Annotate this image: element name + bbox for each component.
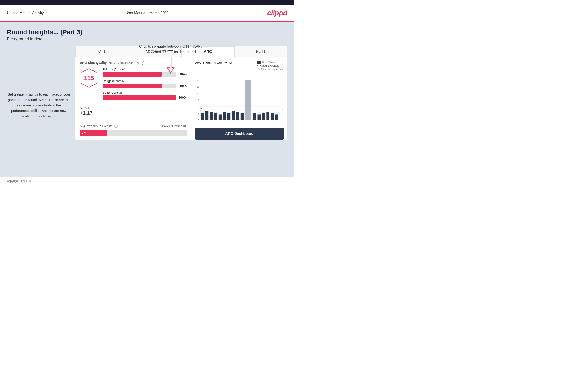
proximity-label: Avg Proximity to Hole (ft) (80, 124, 113, 128)
proximity-label-row: Avg Proximity to Hole (ft) ? (80, 124, 118, 128)
svg-text:10: 10 (197, 105, 199, 108)
legend-swatch-dashed (257, 66, 261, 66)
svg-text:30: 30 (197, 79, 199, 81)
svg-rect-24 (219, 114, 222, 120)
legend-swatch-hatch (257, 68, 260, 70)
hexagon-score: 115 (80, 68, 98, 88)
proximity-bar-track: 77' (80, 130, 187, 136)
conversion-label: 6ft Conversion Zone % (108, 61, 138, 65)
svg-rect-33 (262, 113, 265, 120)
svg-rect-25 (223, 112, 226, 120)
hexagon-value: 115 (84, 75, 94, 82)
chart-legend: Up & Down Round Average 6 ft conversion … (257, 61, 284, 70)
upload-manual-label: Upload Manual Activity (7, 11, 44, 15)
svg-text:25: 25 (197, 85, 199, 88)
svg-rect-30 (245, 80, 251, 120)
proximity-cursor (107, 130, 107, 136)
footer: Copyright Clippd 2021 (0, 177, 294, 185)
svg-rect-20 (201, 113, 204, 120)
pga-icon: ↑ (160, 125, 162, 127)
svg-text:15: 15 (197, 99, 199, 101)
header: Upload Manual Activity User Manual - Mar… (0, 5, 294, 22)
bar-rough-label: Rough (5 shots) (103, 79, 187, 83)
svg-point-19 (200, 108, 202, 110)
sg-label: SG ARG (80, 106, 187, 110)
svg-rect-34 (266, 112, 269, 120)
legend-6ft-zone: 6 ft conversion zone (257, 68, 284, 70)
bar-rough-pct: 80% (178, 84, 187, 88)
svg-rect-26 (227, 113, 231, 120)
top-bar (0, 0, 294, 5)
svg-rect-23 (214, 113, 217, 120)
bar-rough-row: 80% (103, 84, 187, 88)
proximity-help-icon[interactable]: ? (114, 124, 118, 128)
annotation-arrow (139, 56, 202, 74)
panel-right: ARG Shots - Proximity (ft) Up & Down Rou… (191, 57, 287, 140)
svg-text:20: 20 (197, 92, 199, 95)
sg-value: +1.17 (80, 110, 187, 116)
svg-rect-29 (241, 113, 244, 120)
content-layout: Click to navigate between 'OTT', 'APP','… (7, 46, 287, 140)
arg-dashboard-button[interactable]: ARG Dashboard (195, 128, 284, 140)
shot-quality-label: ARG Shot Quality (80, 61, 107, 65)
svg-rect-22 (210, 112, 213, 120)
proximity-bar-value: 77' (82, 131, 86, 135)
bar-rough-track (103, 84, 176, 88)
proximity-header: Avg Proximity to Hole (ft) ? ↑ PGA Tour … (80, 124, 187, 128)
svg-rect-36 (275, 114, 278, 120)
legend-swatch-solid (257, 61, 261, 64)
proximity-bar-fill: 77' (80, 130, 107, 136)
pga-avg: ↑ PGA Tour Avg: 7'10" (160, 124, 187, 127)
bar-sand: Sand (1 shots) 100% (103, 91, 187, 100)
sidebar-description: Get greater insight into each facet of y… (7, 46, 71, 140)
main-content: Round Insights... (Part 3) Every round i… (0, 22, 294, 177)
bar-sand-fill (103, 95, 176, 100)
svg-text:8: 8 (282, 108, 283, 110)
svg-rect-35 (271, 113, 274, 120)
bar-sand-track (103, 95, 176, 100)
svg-rect-21 (205, 110, 208, 120)
title-section: Round Insights... (Part 3) Every round i… (7, 28, 287, 42)
tab-putt[interactable]: PUTT (234, 46, 287, 57)
chart-svg: 0 5 10 15 20 25 30 (195, 72, 284, 127)
legend-up-down-label: Up & Down (262, 61, 275, 64)
clippd-logo: clippd (267, 9, 287, 17)
proximity-section: Avg Proximity to Hole (ft) ? ↑ PGA Tour … (80, 121, 187, 136)
tab-ott[interactable]: OTT (75, 46, 129, 57)
annotation-area: Click to navigate between 'OTT', 'APP','… (139, 44, 202, 74)
svg-text:0: 0 (198, 119, 199, 121)
svg-rect-28 (236, 112, 239, 120)
chart-area: 0 5 10 15 20 25 30 (195, 72, 284, 127)
bar-rough-fill (103, 84, 162, 88)
bar-sand-label: Sand (1 shots) (103, 91, 187, 94)
bar-rough: Rough (5 shots) 80% (103, 79, 187, 88)
user-manual-label: User Manual - March 2022 (125, 11, 169, 15)
legend-up-down: Up & Down (257, 61, 284, 64)
page-title: Round Insights... (Part 3) (7, 28, 287, 36)
bar-sand-row: 100% (103, 95, 187, 100)
legend-6ft-label: 6 ft conversion zone (261, 68, 284, 70)
annotation-text: Click to navigate between 'OTT', 'APP','… (139, 44, 202, 55)
sg-section: SG ARG +1.17 (80, 106, 187, 116)
svg-text:5: 5 (198, 112, 199, 115)
page-subtitle: Every round in detail (7, 37, 287, 42)
svg-rect-32 (258, 114, 261, 120)
sidebar-text: Get greater insight into each facet of y… (7, 92, 71, 119)
copyright: Copyright Clippd 2021 (7, 179, 34, 183)
bar-sand-pct: 100% (178, 96, 187, 99)
chart-header: ARG Shots - Proximity (ft) Up & Down Rou… (195, 61, 284, 70)
legend-round-avg: Round Average (257, 64, 284, 67)
hexagon-wrap: 115 (80, 68, 98, 88)
svg-rect-31 (253, 113, 256, 120)
svg-rect-27 (232, 110, 235, 120)
legend-round-avg-label: Round Average (262, 64, 279, 67)
